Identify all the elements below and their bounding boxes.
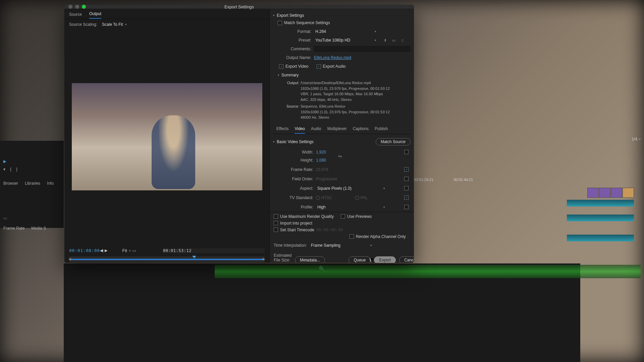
width-label: Width: — [273, 150, 313, 155]
aspect-select[interactable]: Square Pixels (1.0) — [316, 185, 386, 191]
preset-select[interactable]: YouTube 1080p HD — [314, 37, 378, 43]
field-order-match-checkbox[interactable] — [404, 177, 409, 181]
tv-standard-match-checkbox[interactable] — [404, 195, 409, 200]
source-scaling-label: Source Scaling: — [69, 22, 97, 27]
subtab-publish[interactable]: Publish — [375, 126, 388, 134]
chevron-down-icon: ▾ — [273, 140, 275, 143]
bg-waveform — [215, 265, 641, 278]
queue-button[interactable]: Queue — [348, 256, 371, 263]
format-select[interactable]: H.264 — [314, 28, 378, 35]
basic-video-settings-section[interactable]: ▾ Basic Video Settings Match Source — [273, 136, 411, 147]
subtab-captions[interactable]: Captions — [353, 126, 369, 134]
summary-section[interactable]: ▾ Summary — [278, 71, 411, 79]
chevron-down-icon: ▾ — [273, 14, 275, 17]
aspect-crop-icon[interactable]: ▭ — [132, 248, 136, 253]
frame-rate-match-checkbox[interactable] — [404, 167, 409, 172]
use-previews-label: Use Previews — [347, 214, 372, 219]
export-footer: Use Maximum Render Quality Use Previews … — [270, 212, 414, 263]
bg-col-medias: Media S — [31, 226, 46, 231]
bracket-close-icon: } — [16, 167, 17, 172]
frame-rate-label: Frame Rate: — [273, 167, 313, 172]
settings-subtabs: Effects Video Audio Multiplexer Captions… — [273, 124, 411, 134]
start-tc-value: 00:00:00:00 — [316, 228, 343, 232]
aspect-match-checkbox[interactable] — [404, 186, 409, 190]
basic-video-settings-title: Basic Video Settings — [277, 139, 314, 144]
field-order-value: Progressive — [316, 177, 337, 181]
ntsc-radio — [316, 196, 320, 200]
ntsc-label: NTSC — [321, 195, 332, 200]
marker-icon: ▾ — [3, 167, 5, 172]
titlebar: Export Settings — [64, 5, 414, 9]
export-audio-checkbox[interactable] — [317, 64, 321, 69]
tv-standard-label: TV Standard: — [273, 195, 313, 200]
import-project-label: Import into project — [280, 221, 312, 226]
export-video-label: Export Video — [285, 64, 309, 69]
bg-col-framerate: Frame Rate — [3, 226, 24, 231]
bracket-open-icon: { — [10, 167, 11, 172]
height-value[interactable]: 1,080 — [316, 158, 333, 163]
bg-audio-track-3 — [567, 235, 634, 241]
frame-rate-value: 23.976 — [316, 167, 333, 172]
bg-panel-left: ▸ ▾ { } Browser Libraries Info ▭ Frame R… — [0, 141, 64, 228]
pal-label: PAL — [361, 195, 368, 200]
out-point-icon[interactable]: ▶ — [263, 257, 265, 261]
subtab-multiplexer[interactable]: Multiplexer — [327, 126, 347, 134]
preview-scrubber[interactable]: ◀ ▶ — [69, 256, 265, 262]
export-audio-label: Export Audio — [323, 64, 346, 69]
timecode-in[interactable]: 00:01:08:00 — [69, 248, 100, 253]
tab-output[interactable]: Output — [89, 11, 101, 19]
timecode-out: 00:01:53:12 — [163, 248, 265, 253]
height-label: Height: — [273, 158, 313, 163]
play-icon[interactable]: ▶ — [105, 248, 107, 253]
subtab-effects[interactable]: Effects — [276, 126, 288, 134]
import-preset-icon[interactable]: ▭ — [391, 38, 396, 43]
width-value[interactable]: 1,920 — [316, 150, 333, 155]
bg-thumbnail-strip — [587, 188, 634, 198]
output-name-link[interactable]: ElleLuna Redux.mp4 — [314, 55, 351, 60]
save-preset-icon[interactable]: ⬇ — [382, 38, 388, 43]
comments-input[interactable] — [314, 46, 411, 52]
in-point-icon[interactable]: ◀ — [68, 257, 71, 261]
bg-tab-libraries[interactable]: Libraries — [25, 181, 40, 186]
export-settings-dialog: Export Settings Source Output Source Sca… — [64, 5, 414, 263]
export-video-checkbox[interactable] — [279, 64, 283, 69]
preview-area — [64, 30, 269, 244]
estimated-size: Estimated File Size: 221 MB — [274, 253, 291, 263]
time-interp-select[interactable]: Frame Sampling — [310, 242, 373, 248]
render-alpha-label: Render Alpha Channel Only — [356, 234, 406, 239]
zoom-fit-select[interactable]: Fit — [121, 247, 132, 254]
profile-match-checkbox[interactable] — [404, 205, 409, 209]
render-alpha-checkbox[interactable] — [350, 234, 354, 239]
bg-audio-track-2 — [567, 215, 634, 221]
bg-tab-info[interactable]: Info — [47, 181, 54, 186]
use-previews-checkbox[interactable] — [341, 214, 345, 219]
bg-audio-track-1 — [567, 200, 634, 206]
summary-output: Output:/Users/clean/Desktop/ElleLuna Red… — [278, 79, 411, 103]
format-label: Format: — [278, 29, 311, 34]
import-project-checkbox[interactable] — [274, 221, 278, 225]
bg-tab-browser[interactable]: Browser — [3, 181, 18, 186]
metadata-button[interactable]: Metadata... — [295, 256, 325, 263]
set-start-tc-checkbox[interactable] — [274, 228, 278, 232]
link-dimensions-icon[interactable]: ⇋ — [338, 154, 342, 159]
width-match-checkbox[interactable] — [404, 150, 409, 154]
bg-panel-count: 1/4▾ — [632, 137, 641, 141]
delete-preset-icon[interactable]: 🗑 — [400, 38, 405, 43]
max-render-quality-checkbox[interactable] — [274, 214, 278, 219]
profile-select[interactable]: High — [316, 204, 386, 210]
match-source-button[interactable]: Match Source — [376, 138, 411, 145]
cancel-button[interactable]: Cancel — [399, 256, 414, 263]
step-back-icon[interactable]: ◀| — [100, 248, 104, 253]
export-button[interactable]: Export — [374, 256, 396, 263]
preview-panel: Source Output Source Scaling: Scale To F… — [64, 9, 270, 263]
tab-source[interactable]: Source — [69, 12, 82, 19]
match-sequence-checkbox[interactable] — [278, 21, 282, 25]
export-settings-section[interactable]: ▾ Export Settings — [273, 11, 411, 20]
preview-controls: 00:01:08:00 ◀| ▶ Fit ▭ 00:01:53:12 ◀ ▶ — [64, 244, 269, 263]
subtab-video[interactable]: Video — [294, 126, 305, 134]
set-start-tc-label: Set Start Timecode — [280, 228, 314, 232]
playhead-icon[interactable] — [192, 256, 196, 258]
source-scaling-select[interactable]: Scale To Fit — [101, 21, 128, 27]
subtab-audio[interactable]: Audio — [311, 126, 321, 134]
comments-label: Comments: — [278, 47, 311, 51]
